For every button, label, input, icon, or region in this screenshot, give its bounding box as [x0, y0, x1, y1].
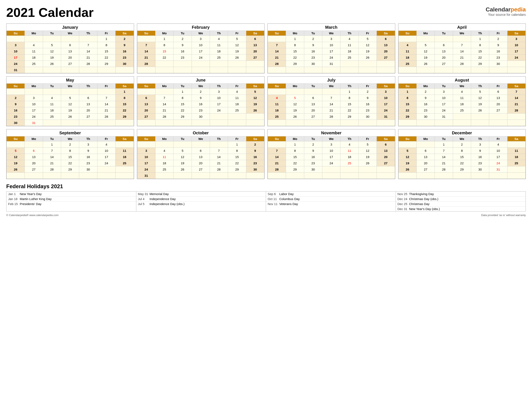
day-cell	[359, 120, 377, 126]
month-title-january: January	[6, 24, 134, 30]
day-cell	[61, 120, 79, 126]
holiday-row: Dec 25Christmas Day	[396, 202, 526, 206]
day-cell: 23	[471, 160, 489, 166]
day-cell: 26	[417, 61, 435, 67]
day-cell	[268, 88, 286, 95]
day-cell: 29	[340, 114, 359, 120]
day-cell: 21	[79, 54, 97, 61]
day-cell: 4	[97, 141, 115, 148]
footer-right: Data provided 'as is' without warranty	[481, 214, 526, 217]
day-cell	[97, 67, 115, 73]
day-cell: 30	[359, 114, 377, 120]
day-cell	[453, 114, 471, 120]
day-cell	[340, 61, 359, 67]
day-cell: 27	[489, 107, 507, 114]
day-cell	[25, 36, 43, 42]
day-cell: 30	[489, 61, 507, 67]
day-cell: 11	[340, 42, 359, 48]
month-title-july: July	[268, 77, 395, 83]
day-cell: 9	[471, 148, 489, 154]
day-cell: 13	[304, 101, 322, 107]
day-cell: 12	[359, 42, 377, 48]
day-cell: 21	[97, 107, 115, 114]
day-header-sa: Sa	[377, 31, 395, 36]
day-cell: 21	[268, 160, 286, 166]
holidays-col2: May 31Memorial DayJul 4Independence DayJ…	[136, 192, 266, 211]
day-cell: 7	[43, 148, 61, 154]
day-header-tu: Tu	[43, 31, 61, 36]
day-cell: 19	[43, 54, 61, 61]
day-cell	[155, 173, 173, 179]
footer: © Calendarpedia® www.calendarpedia.com D…	[6, 214, 526, 217]
month-title-march: March	[268, 24, 395, 30]
day-cell: 8	[471, 42, 489, 48]
day-cell: 27	[377, 160, 395, 166]
day-cell	[25, 67, 43, 73]
day-cell	[210, 61, 228, 67]
day-cell: 19	[246, 101, 264, 107]
day-cell: 23	[489, 54, 507, 61]
day-cell: 23	[246, 160, 264, 166]
holiday-row: Oct 11Columbus Day	[266, 197, 396, 202]
day-cell: 13	[377, 148, 395, 154]
holiday-date: Oct 11	[268, 197, 279, 201]
day-cell: 30	[115, 61, 134, 67]
day-cell: 11	[340, 148, 359, 154]
day-cell: 8	[286, 148, 304, 154]
day-cell	[228, 114, 246, 120]
day-cell: 6	[25, 148, 43, 154]
day-cell	[268, 141, 286, 148]
day-cell: 18	[398, 54, 417, 61]
day-cell: 4	[453, 88, 471, 95]
day-header-th: Th	[79, 31, 97, 36]
day-cell	[43, 120, 61, 126]
day-cell	[471, 120, 489, 126]
month-august: AugustSuMoTuWeThFrSa12345678910111213141…	[398, 76, 526, 126]
footer-left: © Calendarpedia® www.calendarpedia.com	[6, 214, 59, 217]
day-cell: 16	[489, 48, 507, 54]
day-cell: 6	[377, 36, 395, 42]
day-cell	[61, 67, 79, 73]
day-cell: 5	[359, 36, 377, 42]
month-title-september: September	[6, 129, 134, 136]
holiday-name: Columbus Day	[279, 197, 300, 201]
day-header-fr: Fr	[359, 137, 377, 141]
day-cell: 5	[417, 42, 435, 48]
day-cell: 8	[61, 148, 79, 154]
day-cell: 8	[453, 148, 471, 154]
day-cell: 29	[453, 166, 471, 173]
holiday-row: Jan 1New Year's Day	[6, 192, 136, 197]
day-header-tu: Tu	[173, 84, 192, 88]
month-march: MarchSuMoTuWeThFrSa123456789101112131415…	[267, 23, 395, 73]
day-header-sa: Sa	[115, 84, 134, 88]
day-cell: 22	[173, 107, 192, 114]
day-header-th: Th	[210, 31, 228, 36]
holiday-date: Sep 6	[268, 192, 279, 196]
day-cell	[7, 88, 25, 95]
day-cell: 28	[79, 61, 97, 67]
month-title-may: May	[6, 77, 134, 83]
day-cell	[417, 173, 435, 179]
day-cell: 26	[61, 114, 79, 120]
day-cell: 12	[286, 101, 304, 107]
day-cell: 22	[398, 107, 417, 114]
day-cell: 13	[246, 42, 264, 48]
day-cell: 7	[155, 95, 173, 101]
day-cell	[359, 61, 377, 67]
day-cell: 13	[489, 95, 507, 101]
day-header-tu: Tu	[173, 31, 192, 36]
day-cell: 3	[471, 141, 489, 148]
day-cell: 16	[359, 101, 377, 107]
day-cell: 24	[25, 114, 43, 120]
day-cell: 23	[192, 107, 210, 114]
day-cell: 11	[398, 48, 417, 54]
day-cell: 8	[340, 95, 359, 101]
day-cell: 17	[7, 54, 25, 61]
day-header-mo: Mo	[155, 84, 173, 88]
holiday-name: Presidents' Day	[20, 202, 42, 206]
day-header-fr: Fr	[359, 31, 377, 36]
day-cell	[79, 88, 97, 95]
day-cell: 18	[268, 107, 286, 114]
day-cell: 12	[417, 48, 435, 54]
day-cell: 16	[7, 107, 25, 114]
